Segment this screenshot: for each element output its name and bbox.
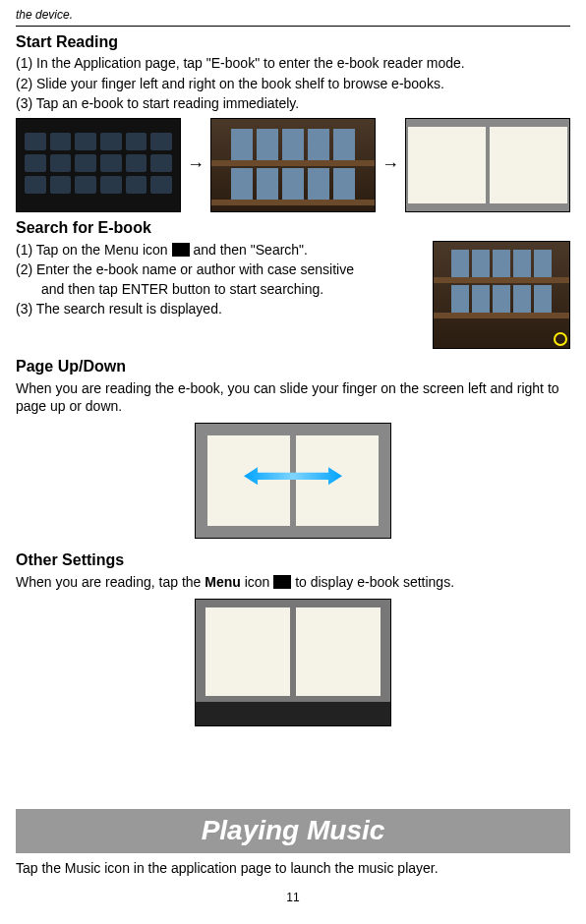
menu-icon	[172, 243, 190, 257]
screenshot-row: → →	[16, 118, 570, 212]
page-updown-para: When you are reading the e-book, you can…	[16, 379, 570, 415]
page-number: 11	[16, 891, 570, 906]
heading-page-updown: Page Up/Down	[16, 357, 570, 377]
arrow-icon: →	[187, 153, 205, 176]
text-fragment: to display e-book settings.	[295, 574, 454, 590]
screenshot-shelf-search	[433, 241, 570, 349]
heading-other-settings: Other Settings	[16, 550, 570, 571]
screenshot-apps	[16, 118, 181, 212]
text-fragment: and then "Search".	[193, 242, 308, 258]
heading-search: Search for E-book	[16, 218, 570, 239]
banner-sub: Tap the Music icon in the application pa…	[16, 859, 570, 877]
menu-label: Menu	[205, 574, 241, 590]
screenshot-shelf	[210, 118, 376, 212]
header-note: the device.	[16, 8, 570, 27]
arrow-icon: →	[381, 153, 399, 176]
text-fragment: When you are reading, tap the	[16, 574, 205, 590]
heading-start-reading: Start Reading	[16, 32, 570, 53]
menu-icon	[273, 575, 291, 589]
other-settings-para: When you are reading, tap the Menu icon …	[16, 573, 570, 591]
screenshot-swipe	[195, 423, 391, 539]
step-1: (1) In the Application page, tap "E-book…	[16, 54, 570, 72]
banner-playing-music: Playing Music	[16, 809, 570, 852]
step-3: (3) Tap an e-book to start reading immed…	[16, 94, 570, 112]
screenshot-reader	[405, 118, 570, 212]
screenshot-settings	[195, 599, 391, 726]
highlight-circle-icon	[554, 332, 567, 346]
text-fragment: (1) Tap on the Menu icon	[16, 242, 172, 258]
step-2: (2) Slide your finger left and right on …	[16, 75, 570, 92]
text-fragment: icon	[241, 574, 273, 590]
